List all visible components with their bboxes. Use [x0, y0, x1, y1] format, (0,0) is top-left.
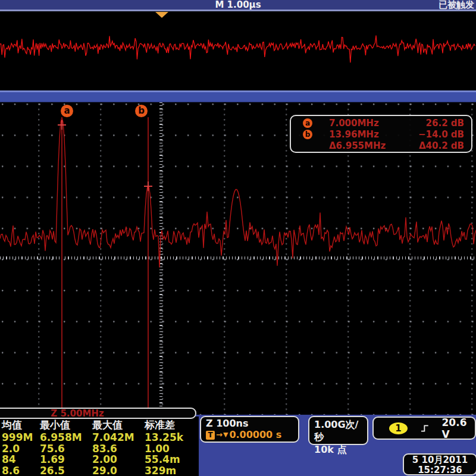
time-domain-trace: [0, 11, 476, 90]
cursor-a-label[interactable]: a: [61, 105, 73, 117]
cursor-a-frequency: 7.000MHz: [329, 118, 403, 129]
arrow-right-icon: →: [216, 430, 223, 440]
cursor-delta-level: Δ40.2 dB: [419, 140, 464, 151]
cursor-b-level: −14.0 dB: [418, 129, 464, 140]
horizontal-settings-box[interactable]: Z 100ns T → ▼ 0.00000 s: [200, 416, 299, 443]
cursor-b-readout-row: b 13.96MHz −14.0 dB: [297, 129, 464, 140]
cursor-a-level: 26.2 dB: [426, 118, 464, 129]
datetime-box: 5 10月2011 15:27:36: [403, 453, 476, 475]
trigger-level-readout: 20.6 V: [442, 416, 475, 440]
cursor-b-badge-icon: b: [303, 130, 312, 139]
trigger-position-readout: T → ▼ 0.00000 s: [206, 430, 293, 440]
zoom-timebase-readout: Z 100ns: [206, 418, 293, 430]
rising-edge-slope-icon: [421, 424, 429, 433]
spectrum-window: a b a 7.000MHz 26.2 dB b 13.96MHz −14.0 …: [0, 102, 476, 415]
trigger-settings-box[interactable]: 1 20.6 V: [372, 416, 476, 440]
timebase-readout: M 1.00µs: [0, 0, 476, 10]
record-length-readout: 10k 点: [314, 443, 362, 456]
window-separator-band: [0, 90, 476, 102]
cursor-b-label[interactable]: b: [135, 105, 148, 117]
trigger-position-value: 0.00000 s: [229, 430, 281, 440]
cursor-readout-box: a 7.000MHz 26.2 dB b 13.96MHz −14.0 dB Δ…: [290, 115, 472, 153]
trigger-t-icon: T: [206, 431, 215, 440]
cursor-b-frequency: 13.96MHz: [329, 129, 403, 140]
acquisition-box[interactable]: 1.00G次/秒 10k 点: [308, 416, 368, 445]
date-readout: 5 10月2011: [404, 455, 476, 465]
cursor-delta-spacer: [303, 141, 312, 151]
sample-rate-readout: 1.00G次/秒: [314, 418, 362, 443]
top-status-bar: M 1.00µs 已被触发: [0, 0, 476, 10]
trigger-status-readout: 已被触发: [439, 0, 474, 10]
zoom-frequency-box: Z 5.00MHz: [0, 408, 196, 419]
channel-1-badge: 1: [389, 422, 408, 434]
trigger-position-marker-icon[interactable]: [155, 12, 168, 18]
cursor-delta-readout-row: Δ6.955MHz Δ40.2 dB: [297, 140, 464, 151]
time-readout: 15:27:36: [404, 465, 476, 475]
cursor-b-cross-icon: [144, 181, 152, 191]
time-domain-window: [0, 11, 476, 90]
oscilloscope-screen: M 1.00µs 已被触发 a b a: [0, 0, 476, 476]
bottom-readout-area: 均值 最小值 最大值 标准差 999M 6.958M 7.042M 13.25k…: [0, 415, 476, 476]
triangle-down-icon: ▼: [223, 430, 228, 440]
cursor-delta-frequency: Δ6.955MHz: [329, 140, 403, 151]
cursor-a-readout-row: a 7.000MHz 26.2 dB: [297, 117, 464, 129]
cursor-a-badge-icon: a: [303, 118, 312, 128]
cursor-a-cross-icon: [58, 120, 66, 130]
